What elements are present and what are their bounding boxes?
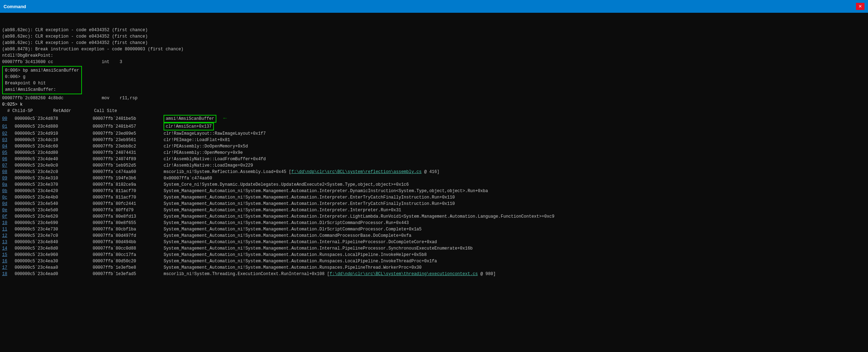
row-number[interactable]: 02 — [2, 130, 12, 137]
call-site: System_Management_Automation_ni!System.M… — [164, 226, 421, 233]
table-row: 0c 000000c5`23c4e4b000007ffa`811acf70Sys… — [2, 194, 866, 201]
ret-addr: 00007ffb`194fe3b6 — [93, 175, 164, 181]
row-number[interactable]: 09 — [2, 175, 12, 181]
call-site: mscorlib_ni!System.Reflection.Assembly.L… — [164, 169, 289, 175]
row-number[interactable]: 05 — [2, 150, 12, 156]
row-number[interactable]: 06 — [2, 156, 12, 162]
child-sp: 000000c5`23c4e310 — [15, 175, 93, 181]
child-sp: 000000c5`23c4d910 — [15, 130, 93, 137]
green-box-line: 0:006> g — [5, 74, 79, 80]
row-number[interactable]: 14 — [2, 245, 12, 252]
close-button[interactable]: ✕ — [856, 3, 864, 10]
child-sp: 000000c5`23c4e730 — [15, 226, 93, 233]
table-row: 08 000000c5`23c4e2c000007ffa`c474aa60msc… — [2, 169, 866, 175]
call-site: 0x00007ffa`c474aa60 — [164, 175, 212, 181]
call-site: System_Management_Automation_ni!System.M… — [164, 201, 455, 207]
table-row: 13 000000c5`23c4e84000007ffa`80d494bbSys… — [2, 239, 866, 245]
green-box-line: 0:006> bp amsi!AmsiScanBuffer — [5, 67, 79, 74]
console-line: ntdll!DbgBreakPoint: — [2, 52, 866, 59]
row-number[interactable]: 04 — [2, 143, 12, 150]
row-number[interactable]: 0d — [2, 201, 12, 207]
row-number[interactable]: 00 — [2, 116, 12, 122]
table-row: 16 000000c5`23c4ea3000007ffa`80d50c20Sys… — [2, 258, 866, 264]
row-number[interactable]: 0a — [2, 181, 12, 188]
ret-addr: 00007ffa`80e8fd13 — [93, 213, 164, 220]
child-sp: 000000c5`23c4e540 — [15, 201, 93, 207]
child-sp: 000000c5`23c4e690 — [15, 220, 93, 226]
child-sp: 000000c5`23c4e5d0 — [15, 207, 93, 213]
row-number[interactable]: 0e — [2, 207, 12, 213]
table-row: 0d 000000c5`23c4e54000007ffa`80fc2441Sys… — [2, 201, 866, 207]
table-row: 11 000000c5`23c4e73000007ffa`80cbf1baSys… — [2, 226, 866, 233]
ret-addr: 00007ffb`23ed09e5 — [93, 130, 164, 137]
console-line: 00007ffb`2c088260 4c8bdc mov r11,rsp — [2, 95, 866, 101]
table-row: 0b 000000c5`23c4e42000007ffa`811acf70Sys… — [2, 188, 866, 194]
row-number[interactable]: 11 — [2, 226, 12, 233]
call-site: clr!AmsiScan+0x137 — [164, 123, 214, 130]
file-link[interactable]: f:\dd\ndp\clr\src\BCL\system\reflection\… — [291, 169, 421, 175]
console-line: (ab98.62ec): CLR exception - code e04343… — [2, 33, 866, 40]
row-number[interactable]: 16 — [2, 258, 12, 264]
ret-addr: 00007ffb`24074f89 — [93, 156, 164, 162]
ret-addr: 00007ffa`811acf70 — [93, 188, 164, 194]
ret-addr: 00007ffb`23eb9561 — [93, 137, 164, 143]
file-link[interactable]: f:\dd\ndp\clr\src\BCL\system\threading\e… — [330, 271, 478, 277]
row-number[interactable]: 03 — [2, 137, 12, 143]
row-number[interactable]: 18 — [2, 271, 12, 277]
child-sp: 000000c5`23c4ead0 — [15, 271, 93, 277]
ret-addr: 00007ffa`80d494bb — [93, 239, 164, 245]
console-line: (ab98.8478): Break instruction exception… — [2, 46, 866, 52]
row-number[interactable]: 10 — [2, 220, 12, 226]
console-line: 00007ffb`3c413600 cc int 3 — [2, 59, 866, 65]
table-header: # Child-SP RetAddr Call Site — [2, 108, 866, 114]
call-site: clr!PEAssembly::DoOpenMemory+0x5d — [164, 143, 248, 150]
arrow-indicator: ← — [220, 114, 227, 123]
console-area: (ab98.62ec): CLR exception - code e04343… — [0, 13, 868, 352]
table-row: 0a 000000c5`23c4e37000007ffa`8102ce9aSys… — [2, 181, 866, 188]
call-site: System_Management_Automation_ni!System.M… — [164, 207, 401, 213]
ret-addr: 00007ffa`80cc0d88 — [93, 245, 164, 252]
green-box-section: 0:006> bp amsi!AmsiScanBuffer0:006> gBre… — [2, 66, 82, 94]
row-number[interactable]: 01 — [2, 123, 12, 130]
child-sp: 000000c5`23c4d880 — [15, 123, 93, 130]
child-sp: 000000c5`23c4de40 — [15, 156, 93, 162]
call-site: System_Management_Automation_ni!System.M… — [164, 239, 437, 245]
ret-addr: 00007ffb`1e3efbe8 — [93, 264, 164, 271]
table-row: 06 000000c5`23c4de4000007ffb`24074f89clr… — [2, 156, 866, 162]
ret-addr: 00007ffa`c474aa60 — [93, 169, 164, 175]
child-sp: 000000c5`23c4e7c0 — [15, 233, 93, 239]
row-number[interactable]: 15 — [2, 252, 12, 258]
child-sp: 000000c5`23c4e370 — [15, 181, 93, 188]
ret-addr: 00007ffa`8102ce9a — [93, 181, 164, 188]
table-row: 05 000000c5`23c4dd8000007ffb`24074431clr… — [2, 150, 866, 156]
table-row: 12 000000c5`23c4e7c000007ffa`80d497fdSys… — [2, 233, 866, 239]
ret-addr: 00007ffa`80fc2441 — [93, 201, 164, 207]
table-row: 15 000000c5`23c4e96000007ffa`80cc17faSys… — [2, 252, 866, 258]
green-box-line: Breakpoint 0 hit — [5, 80, 79, 86]
row-number[interactable]: 07 — [2, 162, 12, 169]
call-site: System_Management_Automation_ni!System.M… — [164, 245, 472, 252]
child-sp: 000000c5`23c4ea30 — [15, 258, 93, 264]
row-number[interactable]: 08 — [2, 169, 12, 175]
child-sp: 000000c5`23c4eaa0 — [15, 264, 93, 271]
row-number[interactable]: 0f — [2, 213, 12, 220]
child-sp: 000000c5`23c4dd80 — [15, 150, 93, 156]
child-sp: 000000c5`23c4e2c0 — [15, 169, 93, 175]
row-number[interactable]: 0b — [2, 188, 12, 194]
table-row: 01 000000c5`23c4d88000007ffb`2401b457clr… — [2, 123, 866, 130]
call-site: System_Management_Automation_ni!System.M… — [164, 264, 421, 271]
row-number[interactable]: 12 — [2, 233, 12, 239]
table-row: 17 000000c5`23c4eaa000007ffb`1e3efbe8Sys… — [2, 264, 866, 271]
ret-addr: 00007ffa`811acf70 — [93, 194, 164, 201]
call-site: System_Core_ni!System.Dynamic.UpdateDele… — [164, 181, 409, 188]
ret-addr: 00007ffa`80cc17fa — [93, 252, 164, 258]
table-row: 03 000000c5`23c4dc1000007ffb`23eb9561clr… — [2, 137, 866, 143]
call-site: amsi!AmsiScanBuffer — [164, 115, 216, 123]
table-row: 09 000000c5`23c4e31000007ffb`194fe3b60x0… — [2, 175, 866, 181]
table-row: 00 000000c5`23c4d87800007ffb`2401be5bams… — [2, 114, 866, 123]
row-number[interactable]: 17 — [2, 264, 12, 271]
row-number[interactable]: 13 — [2, 239, 12, 245]
row-number[interactable]: 0c — [2, 194, 12, 201]
table-row: 18 000000c5`23c4ead000007ffb`1e3efad5msc… — [2, 271, 866, 277]
ret-addr: 00007ffa`80d50c20 — [93, 258, 164, 264]
